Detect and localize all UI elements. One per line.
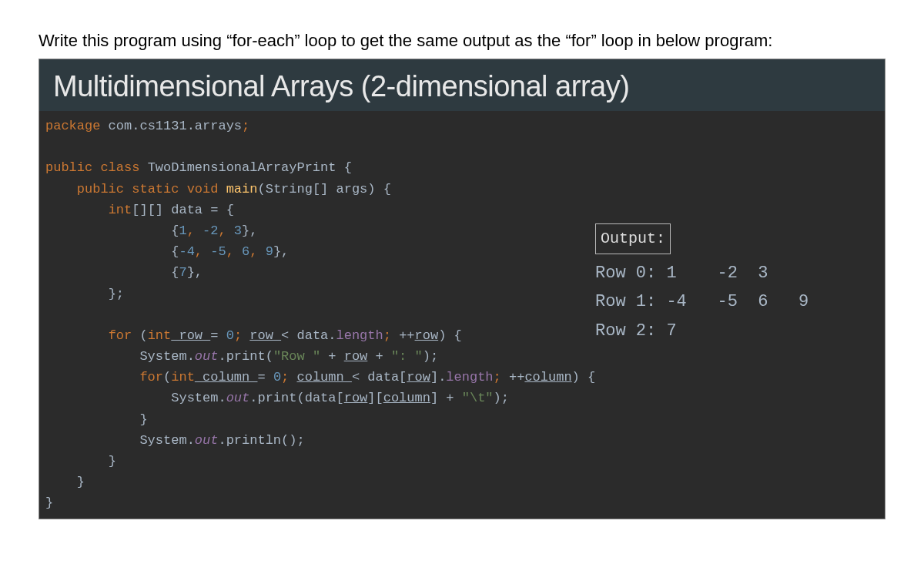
output-panel: Output: Row 0: 1 -2 3 Row 1: -4 -5 6 9 R… bbox=[595, 223, 880, 345]
instruction-text: Write this program using “for-each” loop… bbox=[38, 31, 886, 51]
output-rows: Row 0: 1 -2 3 Row 1: -4 -5 6 9 Row 2: 7 bbox=[595, 259, 880, 345]
code-block: package com.cs1131.arrays; public class … bbox=[39, 111, 885, 519]
output-label: Output: bbox=[595, 223, 671, 254]
slide-title: Multidimensional Arrays (2-dimensional a… bbox=[39, 59, 885, 111]
slide-container: Multidimensional Arrays (2-dimensional a… bbox=[38, 59, 886, 519]
